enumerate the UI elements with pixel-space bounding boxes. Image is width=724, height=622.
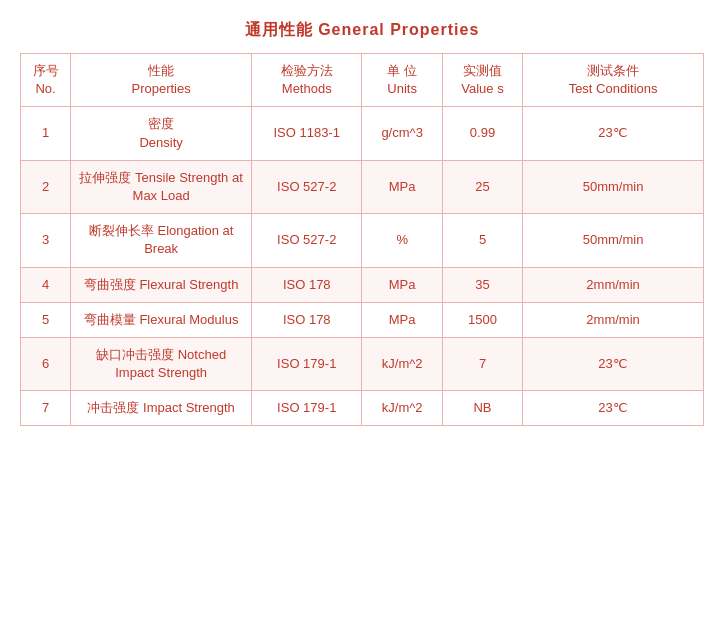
cell-property: 断裂伸长率 Elongation at Break [71,214,252,267]
table-row: 3断裂伸长率 Elongation at BreakISO 527-2%550m… [21,214,704,267]
cell-property: 弯曲强度 Flexural Strength [71,267,252,302]
header-conditions: 测试条件 Test Conditions [523,54,704,107]
header-method: 检验方法 Methods [252,54,362,107]
cell-property: 密度 Density [71,107,252,160]
cell-property: 冲击强度 Impact Strength [71,391,252,426]
table-row: 1密度 DensityISO 1183-1g/cm^30.9923℃ [21,107,704,160]
cell-conditions: 23℃ [523,391,704,426]
cell-property: 缺口冲击强度 Notched Impact Strength [71,337,252,390]
cell-method: ISO 178 [252,267,362,302]
cell-method: ISO 1183-1 [252,107,362,160]
cell-units: MPa [362,302,442,337]
cell-value: 7 [442,337,522,390]
header-property: 性能 Properties [71,54,252,107]
cell-units: MPa [362,160,442,213]
cell-no: 5 [21,302,71,337]
cell-method: ISO 179-1 [252,391,362,426]
cell-units: g/cm^3 [362,107,442,160]
table-title: 通用性能 General Properties [20,20,704,41]
cell-conditions: 23℃ [523,337,704,390]
table-row: 5弯曲模量 Flexural ModulusISO 178MPa15002mm/… [21,302,704,337]
cell-value: NB [442,391,522,426]
properties-table: 序号 No. 性能 Properties 检验方法 Methods 单 位 Un… [20,53,704,426]
table-container: 通用性能 General Properties 序号 No. 性能 Proper… [20,20,704,426]
table-body: 1密度 DensityISO 1183-1g/cm^30.9923℃2拉伸强度 … [21,107,704,426]
cell-conditions: 50mm/min [523,214,704,267]
cell-no: 4 [21,267,71,302]
cell-no: 7 [21,391,71,426]
cell-value: 35 [442,267,522,302]
cell-conditions: 50mm/min [523,160,704,213]
cell-method: ISO 179-1 [252,337,362,390]
cell-units: % [362,214,442,267]
cell-method: ISO 527-2 [252,160,362,213]
header-values: 实测值 Value s [442,54,522,107]
cell-property: 拉伸强度 Tensile Strength at Max Load [71,160,252,213]
cell-method: ISO 527-2 [252,214,362,267]
cell-no: 2 [21,160,71,213]
cell-units: MPa [362,267,442,302]
cell-no: 3 [21,214,71,267]
cell-value: 1500 [442,302,522,337]
table-row: 2拉伸强度 Tensile Strength at Max LoadISO 52… [21,160,704,213]
cell-property: 弯曲模量 Flexural Modulus [71,302,252,337]
cell-conditions: 23℃ [523,107,704,160]
cell-no: 6 [21,337,71,390]
cell-conditions: 2mm/min [523,302,704,337]
header-no: 序号 No. [21,54,71,107]
cell-value: 0.99 [442,107,522,160]
cell-value: 5 [442,214,522,267]
table-row: 7冲击强度 Impact StrengthISO 179-1kJ/m^2NB23… [21,391,704,426]
table-row: 6缺口冲击强度 Notched Impact StrengthISO 179-1… [21,337,704,390]
cell-no: 1 [21,107,71,160]
cell-value: 25 [442,160,522,213]
cell-method: ISO 178 [252,302,362,337]
header-row: 序号 No. 性能 Properties 检验方法 Methods 单 位 Un… [21,54,704,107]
cell-conditions: 2mm/min [523,267,704,302]
cell-units: kJ/m^2 [362,391,442,426]
header-units: 单 位 Units [362,54,442,107]
cell-units: kJ/m^2 [362,337,442,390]
table-row: 4弯曲强度 Flexural StrengthISO 178MPa352mm/m… [21,267,704,302]
